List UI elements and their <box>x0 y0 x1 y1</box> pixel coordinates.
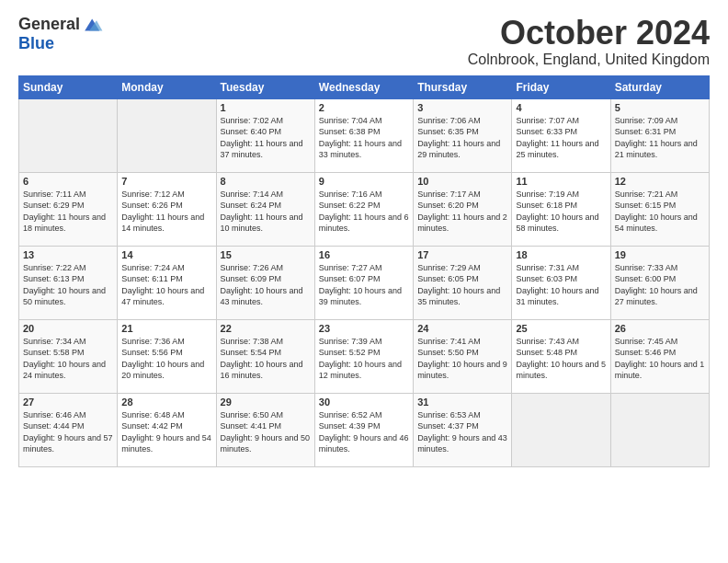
calendar-week-1: 1Sunrise: 7:02 AMSunset: 6:40 PMDaylight… <box>19 98 710 172</box>
day-number: 24 <box>417 323 507 334</box>
day-info: Sunrise: 7:33 AMSunset: 6:00 PMDaylight:… <box>615 262 705 308</box>
location-title: Colnbrook, England, United Kingdom <box>468 52 710 68</box>
calendar-table: SundayMondayTuesdayWednesdayThursdayFrid… <box>18 75 710 467</box>
day-info: Sunrise: 7:21 AMSunset: 6:15 PMDaylight:… <box>615 189 705 235</box>
calendar-cell: 17Sunrise: 7:29 AMSunset: 6:05 PMDayligh… <box>414 246 512 319</box>
calendar-cell: 14Sunrise: 7:24 AMSunset: 6:11 PMDayligh… <box>118 246 216 319</box>
calendar-cell: 7Sunrise: 7:12 AMSunset: 6:26 PMDaylight… <box>118 172 216 246</box>
day-info: Sunrise: 7:36 AMSunset: 5:56 PMDaylight:… <box>121 336 211 382</box>
calendar-cell: 4Sunrise: 7:07 AMSunset: 6:33 PMDaylight… <box>512 98 610 172</box>
calendar-cell: 28Sunrise: 6:48 AMSunset: 4:42 PMDayligh… <box>118 393 216 466</box>
header-day-wednesday: Wednesday <box>314 75 413 98</box>
day-info: Sunrise: 6:52 AMSunset: 4:39 PMDaylight:… <box>319 409 409 455</box>
calendar-cell <box>118 98 216 172</box>
day-number: 14 <box>121 249 211 260</box>
day-info: Sunrise: 7:11 AMSunset: 6:29 PMDaylight:… <box>23 189 113 235</box>
day-number: 28 <box>121 396 211 408</box>
day-info: Sunrise: 6:48 AMSunset: 4:42 PMDaylight:… <box>121 409 211 455</box>
day-info: Sunrise: 7:24 AMSunset: 6:11 PMDaylight:… <box>121 262 211 308</box>
day-info: Sunrise: 7:26 AMSunset: 6:09 PMDaylight:… <box>221 262 311 308</box>
calendar-cell: 5Sunrise: 7:09 AMSunset: 6:31 PMDaylight… <box>610 98 709 172</box>
day-info: Sunrise: 7:14 AMSunset: 6:24 PMDaylight:… <box>221 189 311 235</box>
logo: General Blue <box>18 15 104 53</box>
day-number: 20 <box>23 323 113 334</box>
calendar-cell: 15Sunrise: 7:26 AMSunset: 6:09 PMDayligh… <box>216 246 314 319</box>
calendar-cell: 18Sunrise: 7:31 AMSunset: 6:03 PMDayligh… <box>512 246 610 319</box>
calendar-cell: 16Sunrise: 7:27 AMSunset: 6:07 PMDayligh… <box>314 246 413 319</box>
day-number: 4 <box>516 102 606 113</box>
day-info: Sunrise: 7:17 AMSunset: 6:20 PMDaylight:… <box>417 189 507 235</box>
day-info: Sunrise: 7:22 AMSunset: 6:13 PMDaylight:… <box>23 262 113 308</box>
day-info: Sunrise: 7:45 AMSunset: 5:46 PMDaylight:… <box>615 336 705 382</box>
logo-blue-text: Blue <box>18 34 54 53</box>
calendar-cell: 9Sunrise: 7:16 AMSunset: 6:22 PMDaylight… <box>314 172 413 246</box>
day-number: 10 <box>417 176 507 187</box>
day-number: 1 <box>221 102 311 113</box>
calendar-cell <box>512 393 610 466</box>
day-info: Sunrise: 7:43 AMSunset: 5:48 PMDaylight:… <box>516 336 606 382</box>
calendar-week-2: 6Sunrise: 7:11 AMSunset: 6:29 PMDaylight… <box>19 172 710 246</box>
day-number: 2 <box>319 102 409 113</box>
day-number: 5 <box>615 102 705 113</box>
day-number: 21 <box>121 323 211 334</box>
day-info: Sunrise: 7:38 AMSunset: 5:54 PMDaylight:… <box>221 336 311 382</box>
day-number: 23 <box>319 323 409 334</box>
calendar-cell: 19Sunrise: 7:33 AMSunset: 6:00 PMDayligh… <box>610 246 709 319</box>
day-number: 11 <box>516 176 606 187</box>
calendar-cell: 12Sunrise: 7:21 AMSunset: 6:15 PMDayligh… <box>610 172 709 246</box>
day-number: 3 <box>417 102 507 113</box>
calendar-cell: 25Sunrise: 7:43 AMSunset: 5:48 PMDayligh… <box>512 319 610 393</box>
calendar-cell: 1Sunrise: 7:02 AMSunset: 6:40 PMDaylight… <box>216 98 314 172</box>
day-number: 19 <box>615 249 705 260</box>
calendar-week-4: 20Sunrise: 7:34 AMSunset: 5:58 PMDayligh… <box>19 319 710 393</box>
day-info: Sunrise: 7:04 AMSunset: 6:38 PMDaylight:… <box>319 115 409 161</box>
day-info: Sunrise: 7:06 AMSunset: 6:35 PMDaylight:… <box>417 115 507 161</box>
calendar-cell: 20Sunrise: 7:34 AMSunset: 5:58 PMDayligh… <box>19 319 118 393</box>
day-number: 18 <box>516 249 606 260</box>
calendar-cell: 10Sunrise: 7:17 AMSunset: 6:20 PMDayligh… <box>414 172 512 246</box>
calendar-cell: 27Sunrise: 6:46 AMSunset: 4:44 PMDayligh… <box>19 393 118 466</box>
day-info: Sunrise: 7:09 AMSunset: 6:31 PMDaylight:… <box>615 115 705 161</box>
header-day-sunday: Sunday <box>19 75 118 98</box>
day-info: Sunrise: 7:02 AMSunset: 6:40 PMDaylight:… <box>221 115 311 161</box>
header-day-thursday: Thursday <box>414 75 512 98</box>
logo-general-text: General <box>18 15 80 34</box>
calendar-cell: 22Sunrise: 7:38 AMSunset: 5:54 PMDayligh… <box>216 319 314 393</box>
day-number: 6 <box>23 176 113 187</box>
day-number: 15 <box>221 249 311 260</box>
day-number: 9 <box>319 176 409 187</box>
day-info: Sunrise: 7:39 AMSunset: 5:52 PMDaylight:… <box>319 336 409 382</box>
day-number: 25 <box>516 323 606 334</box>
header-day-saturday: Saturday <box>610 75 709 98</box>
day-number: 13 <box>23 249 113 260</box>
calendar-cell: 3Sunrise: 7:06 AMSunset: 6:35 PMDaylight… <box>414 98 512 172</box>
day-info: Sunrise: 7:16 AMSunset: 6:22 PMDaylight:… <box>319 189 409 235</box>
calendar-cell: 11Sunrise: 7:19 AMSunset: 6:18 PMDayligh… <box>512 172 610 246</box>
calendar-cell: 8Sunrise: 7:14 AMSunset: 6:24 PMDaylight… <box>216 172 314 246</box>
day-number: 27 <box>23 396 113 408</box>
day-info: Sunrise: 6:53 AMSunset: 4:37 PMDaylight:… <box>417 409 507 455</box>
title-block: October 2024 Colnbrook, England, United … <box>468 15 710 68</box>
calendar-cell: 21Sunrise: 7:36 AMSunset: 5:56 PMDayligh… <box>118 319 216 393</box>
day-info: Sunrise: 7:07 AMSunset: 6:33 PMDaylight:… <box>516 115 606 161</box>
day-info: Sunrise: 7:12 AMSunset: 6:26 PMDaylight:… <box>121 189 211 235</box>
calendar-week-3: 13Sunrise: 7:22 AMSunset: 6:13 PMDayligh… <box>19 246 710 319</box>
day-number: 16 <box>319 249 409 260</box>
calendar-cell: 26Sunrise: 7:45 AMSunset: 5:46 PMDayligh… <box>610 319 709 393</box>
day-info: Sunrise: 7:31 AMSunset: 6:03 PMDaylight:… <box>516 262 606 308</box>
header-day-tuesday: Tuesday <box>216 75 314 98</box>
day-info: Sunrise: 6:50 AMSunset: 4:41 PMDaylight:… <box>221 409 311 455</box>
calendar-cell: 23Sunrise: 7:39 AMSunset: 5:52 PMDayligh… <box>314 319 413 393</box>
day-info: Sunrise: 7:29 AMSunset: 6:05 PMDaylight:… <box>417 262 507 308</box>
calendar-cell <box>610 393 709 466</box>
header: General Blue October 2024 Colnbrook, Eng… <box>18 15 710 68</box>
day-info: Sunrise: 7:19 AMSunset: 6:18 PMDaylight:… <box>516 189 606 235</box>
day-number: 7 <box>121 176 211 187</box>
day-info: Sunrise: 7:41 AMSunset: 5:50 PMDaylight:… <box>417 336 507 382</box>
calendar-week-5: 27Sunrise: 6:46 AMSunset: 4:44 PMDayligh… <box>19 393 710 466</box>
calendar-cell: 13Sunrise: 7:22 AMSunset: 6:13 PMDayligh… <box>19 246 118 319</box>
day-number: 31 <box>417 396 507 408</box>
day-number: 17 <box>417 249 507 260</box>
day-number: 8 <box>221 176 311 187</box>
day-info: Sunrise: 7:34 AMSunset: 5:58 PMDaylight:… <box>23 336 113 382</box>
